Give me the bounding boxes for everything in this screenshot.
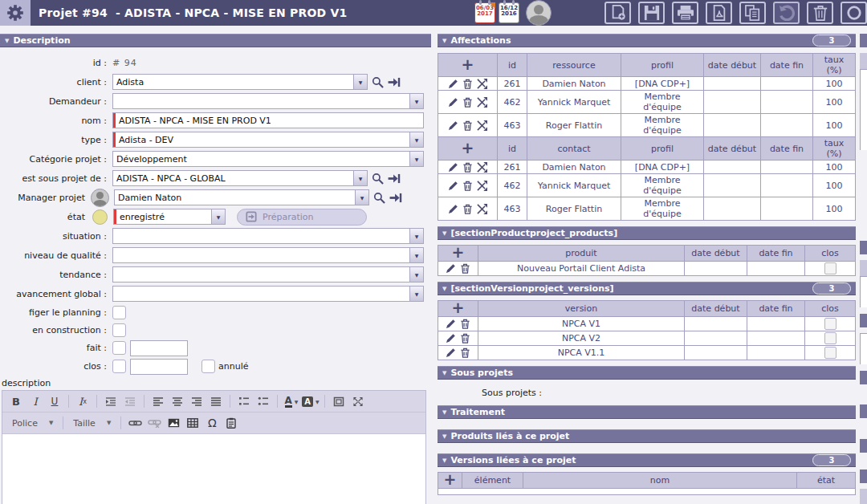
delete-icon[interactable] xyxy=(462,79,473,89)
font-size-combo[interactable]: Taille ▼ xyxy=(68,415,116,431)
save-button[interactable] xyxy=(638,2,665,24)
clos-checkbox[interactable] xyxy=(824,347,836,359)
indent-decrease-button[interactable] xyxy=(121,393,139,409)
type-select[interactable]: Adista - DEV ▼ xyxy=(112,132,424,148)
chevron-down-icon[interactable]: ▼ xyxy=(355,190,368,205)
edit-icon[interactable] xyxy=(446,263,456,274)
unlink-button[interactable] xyxy=(145,415,163,431)
user-avatar[interactable] xyxy=(526,0,552,26)
situation-select[interactable]: ▼ xyxy=(112,228,424,244)
edit-icon[interactable] xyxy=(448,120,458,131)
align-right-button[interactable] xyxy=(188,393,206,409)
traitement-section-header[interactable]: ▼ Traitement xyxy=(438,405,856,419)
chevron-down-icon[interactable]: ▼ xyxy=(409,229,423,243)
add-contact-button[interactable]: + xyxy=(462,142,474,153)
preparation-transition-button[interactable]: Préparation xyxy=(237,209,367,226)
more-button-cutoff[interactable] xyxy=(841,2,867,24)
demandeur-select[interactable]: ▼ xyxy=(112,93,424,109)
move-icon[interactable] xyxy=(477,79,487,89)
chevron-down-icon[interactable]: ▼ xyxy=(353,171,367,185)
remove-format-button[interactable]: Ix xyxy=(74,393,92,409)
copy-button[interactable] xyxy=(739,2,766,24)
search-icon[interactable] xyxy=(372,76,384,88)
creation-calendar-icon[interactable]: 16/12 2016 xyxy=(499,2,519,23)
manager-select[interactable]: Damien Naton ▼ xyxy=(114,189,369,205)
edit-icon[interactable] xyxy=(446,319,456,329)
link-button[interactable] xyxy=(126,415,144,431)
delete-icon[interactable] xyxy=(462,120,473,131)
delete-icon[interactable] xyxy=(462,162,473,173)
unordered-list-button[interactable] xyxy=(254,393,272,409)
image-button[interactable] xyxy=(165,415,182,431)
client-select[interactable]: Adista ▼ xyxy=(112,74,368,90)
nom-input[interactable]: ADISTA - NPCA - MISE EN PROD V1 xyxy=(112,112,424,128)
sous-projets-section-header[interactable]: ▼ Sous projets xyxy=(438,366,856,380)
chevron-down-icon[interactable]: ▼ xyxy=(211,209,225,224)
edit-icon[interactable] xyxy=(446,333,456,343)
figer-planning-checkbox[interactable] xyxy=(112,306,126,319)
clos-checkbox[interactable] xyxy=(824,318,836,330)
goto-record-icon[interactable] xyxy=(389,193,402,203)
add-version-button[interactable]: + xyxy=(452,302,465,313)
add-linked-version-button[interactable]: + xyxy=(444,474,457,485)
italic-button[interactable]: I xyxy=(26,393,44,409)
background-color-button[interactable]: A ▼ xyxy=(302,393,320,409)
ordered-list-button[interactable] xyxy=(235,393,253,409)
undo-button[interactable] xyxy=(773,2,800,24)
edit-icon[interactable] xyxy=(448,79,458,89)
print-button[interactable] xyxy=(672,2,698,24)
delete-icon[interactable] xyxy=(460,319,470,329)
align-center-button[interactable] xyxy=(169,393,186,409)
font-combo[interactable]: Police ▼ xyxy=(7,415,58,431)
description-section-header[interactable]: ▼ Description xyxy=(0,34,431,47)
produits-lies-section-header[interactable]: ▼ Produits liés à ce projet xyxy=(438,429,856,443)
align-justify-button[interactable] xyxy=(207,393,225,409)
clos-checkbox[interactable] xyxy=(824,262,836,274)
deadline-calendar-icon[interactable]: 06/03 2017 xyxy=(474,2,495,23)
delete-icon[interactable] xyxy=(462,97,473,108)
edit-icon[interactable] xyxy=(448,181,458,191)
align-left-button[interactable] xyxy=(149,393,167,409)
move-icon[interactable] xyxy=(477,204,487,214)
search-icon[interactable] xyxy=(373,192,385,204)
products-section-header[interactable]: ▼ [sectionProductproject_products] xyxy=(438,226,856,240)
text-color-button[interactable]: A ▼ xyxy=(283,393,300,409)
en-construction-checkbox[interactable] xyxy=(112,323,126,337)
indent-increase-button[interactable] xyxy=(102,393,120,409)
edit-icon[interactable] xyxy=(448,162,458,173)
pdf-export-button[interactable] xyxy=(706,2,732,24)
edit-icon[interactable] xyxy=(448,97,458,108)
clos-checkbox[interactable] xyxy=(112,360,126,373)
edit-icon[interactable] xyxy=(446,348,456,358)
add-resource-button[interactable]: + xyxy=(462,59,474,70)
chevron-down-icon[interactable]: ▼ xyxy=(409,94,423,108)
tendance-select[interactable]: ▼ xyxy=(112,266,424,282)
edit-icon[interactable] xyxy=(448,204,458,214)
print-preview-button[interactable] xyxy=(330,393,348,409)
settings-button[interactable] xyxy=(0,0,31,26)
clos-date-input[interactable] xyxy=(130,359,188,375)
chevron-down-icon[interactable]: ▼ xyxy=(409,132,423,147)
delete-icon[interactable] xyxy=(460,263,470,274)
table-button[interactable] xyxy=(184,415,201,431)
etat-select[interactable]: enregistré ▼ xyxy=(113,209,226,225)
chevron-down-icon[interactable]: ▼ xyxy=(409,152,423,166)
special-character-button[interactable]: Ω xyxy=(203,415,221,431)
versions-liees-section-header[interactable]: ▼ Versions liées à ce projet 3 xyxy=(438,453,856,467)
goto-record-icon[interactable] xyxy=(388,173,401,184)
goto-record-icon[interactable] xyxy=(388,77,401,87)
avancement-select[interactable]: ▼ xyxy=(112,286,424,302)
delete-icon[interactable] xyxy=(462,181,473,191)
categorie-select[interactable]: Développement ▼ xyxy=(112,151,424,167)
delete-button[interactable] xyxy=(807,2,833,24)
underline-button[interactable]: U xyxy=(46,393,63,409)
move-icon[interactable] xyxy=(477,181,487,191)
affectations-section-header[interactable]: ▼ Affectations 3 xyxy=(438,34,856,47)
annule-checkbox[interactable] xyxy=(201,360,215,373)
niveau-qualite-select[interactable]: ▼ xyxy=(112,247,424,263)
move-icon[interactable] xyxy=(477,97,487,108)
fait-date-input[interactable] xyxy=(130,340,188,356)
maximize-button[interactable] xyxy=(349,393,367,409)
move-icon[interactable] xyxy=(477,162,487,173)
chevron-down-icon[interactable]: ▼ xyxy=(353,75,367,89)
